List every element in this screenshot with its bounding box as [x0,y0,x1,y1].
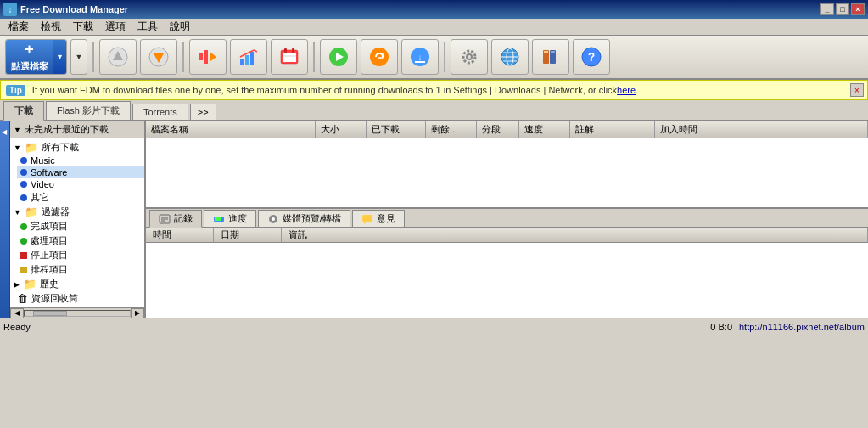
svg-rect-33 [544,51,548,53]
scrollbar-thumb[interactable] [33,311,67,316]
tab-more[interactable]: >> [190,104,216,120]
col-segments[interactable]: 分段 [477,121,519,138]
col-remaining[interactable]: 剩餘... [426,121,477,138]
separator-3 [313,42,315,72]
col-added-time[interactable]: 加入時間 [655,121,868,138]
play-button[interactable] [320,39,357,75]
refresh-button[interactable] [361,39,398,75]
tree-item-video[interactable]: Video [17,178,144,190]
bottom-tab-comment-label: 意見 [377,212,395,225]
svg-rect-6 [199,54,203,60]
help-button[interactable]: ? [573,39,610,75]
tip-label: Tip [6,85,25,96]
tree-group-all[interactable]: ▼ 📁 所有下載 [10,140,144,155]
statistics-button[interactable] [230,39,267,75]
col-speed[interactable]: 速度 [519,121,570,138]
scrollbar-left-arrow[interactable]: ◀ [10,308,24,318]
tree-group-recycle[interactable]: 🗑 資源回收筒 [10,291,144,306]
library-button[interactable] [532,39,569,75]
tip-text: If you want FDM to download files one by… [32,85,617,95]
add-download-button[interactable]: + 點選檔案 [6,40,53,74]
svg-point-19 [370,48,389,66]
col-downloaded[interactable]: 已下載 [367,121,426,138]
resume-button[interactable] [189,39,227,75]
menu-help[interactable]: 說明 [165,18,195,36]
tree-item-scheduled[interactable]: 排程項目 [17,262,144,277]
scrollbar-track[interactable] [24,310,131,317]
log-column-headers: 時間 日期 資訊 [146,228,868,243]
unfinished-label: 未完成十最近的下載 [25,123,109,136]
menu-file[interactable]: 檔案 [3,18,34,36]
svg-marker-8 [210,52,216,62]
bottom-tab-log-label: 記錄 [174,212,193,225]
svg-rect-15 [292,48,294,53]
tree-item-complete[interactable]: 完成項目 [17,219,144,234]
tree-item-other[interactable]: 其它 [17,190,144,205]
bottom-tab-progress-label: 進度 [228,212,247,225]
bottom-tab-comment[interactable]: 意見 [352,210,405,227]
minimize-button[interactable]: _ [820,3,834,15]
move-up-button[interactable] [99,39,137,75]
import-button[interactable]: ↓ [401,39,439,75]
refresh-icon [369,47,389,67]
bottom-tab-log[interactable]: 記錄 [149,210,202,228]
move-down-button[interactable] [140,39,177,75]
tab-flash[interactable]: Flash 影片下載 [46,101,131,120]
menu-download[interactable]: 下載 [68,18,98,36]
tree-area: ▼ 📁 所有下載 Music Software Video [10,138,144,307]
status-ready-text: Ready [3,322,710,332]
chevron-down-icon: ▼ [76,53,83,61]
dropdown-button[interactable]: ▼ [70,39,87,75]
log-col-time[interactable]: 時間 [146,228,214,242]
app-icon: ↓ [3,3,17,16]
tip-link[interactable]: here [617,85,636,95]
svg-rect-7 [204,50,208,64]
tree-item-stopped[interactable]: 停止項目 [17,248,144,262]
col-filename[interactable]: 檔案名稱 [146,121,316,138]
tab-torrents[interactable]: Torrents [132,104,188,120]
scheduler-button[interactable] [271,39,308,75]
scrollbar-right-arrow[interactable]: ▶ [131,308,144,318]
status-bar: Ready 0 B:0 http://n11166.pixnet.net/alb… [0,318,868,335]
bottom-tab-progress[interactable]: 進度 [204,210,256,227]
dot-icon-music [20,157,27,164]
menu-bar: 檔案 檢視 下載 選項 工具 說明 [0,19,868,36]
tab-download[interactable]: 下載 [3,101,44,121]
col-comment[interactable]: 註解 [570,121,655,138]
add-button-group[interactable]: + 點選檔案 ▼ [5,39,67,75]
download-table [146,138,868,207]
col-size[interactable]: 大小 [316,121,367,138]
close-button[interactable]: × [851,3,865,15]
menu-options[interactable]: 選項 [100,18,131,36]
dot-icon-video [20,181,27,188]
tree-item-processing[interactable]: 處理項目 [17,234,144,248]
tree-item-music[interactable]: Music [17,155,144,166]
menu-tools[interactable]: 工具 [132,18,163,36]
settings-button[interactable] [451,39,488,75]
add-label: 點選檔案 [11,60,48,73]
arrow-down-icon [148,47,169,67]
tree-music-label: Music [31,155,55,166]
tree-video-label: Video [31,179,54,189]
svg-rect-22 [415,61,425,63]
add-icon: + [25,41,34,59]
add-dropdown-arrow[interactable]: ▼ [53,40,66,74]
tree-complete-label: 完成項目 [31,220,68,233]
collapse-filter-icon: ▼ [14,208,21,217]
tree-all-children: Music Software Video 其它 [10,155,144,205]
tree-item-software[interactable]: Software [17,166,144,178]
tree-group-history[interactable]: ▶ 📁 歷史 [10,277,144,291]
log-col-info[interactable]: 資訊 [282,228,868,242]
status-url: http://n11166.pixnet.net/album [739,322,865,332]
bottom-tab-media[interactable]: 媒體預覽/轉檔 [258,210,350,227]
tip-close-button[interactable]: × [850,83,864,97]
tree-filter-children: 完成項目 處理項目 停止項目 排程項目 [10,219,144,277]
tree-group-filter[interactable]: ▼ 📁 過濾器 [10,205,144,219]
maximize-button[interactable]: □ [836,3,849,15]
log-col-date[interactable]: 日期 [214,228,282,242]
svg-rect-42 [215,217,221,221]
browser-button[interactable] [491,39,529,75]
book-icon [540,47,561,67]
menu-view[interactable]: 檢視 [36,18,66,36]
svg-rect-9 [240,59,244,65]
